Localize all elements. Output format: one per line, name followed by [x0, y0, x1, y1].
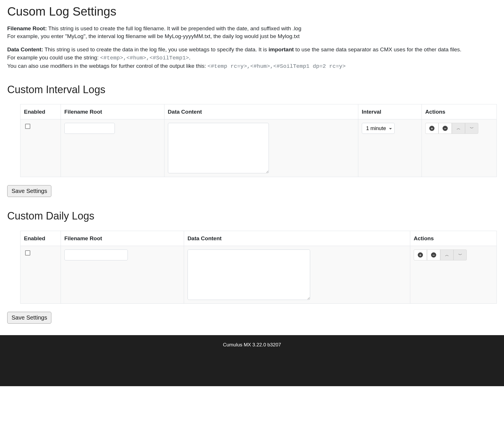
interval-action-group: + − ︿ ﹀ — [425, 123, 493, 134]
chevron-up-icon: ︿ — [457, 126, 460, 131]
data-content-text-1a: This string is used to create the data i… — [43, 46, 269, 52]
daily-table-row: + − ︿ ﹀ — [20, 246, 497, 304]
interval-enabled-checkbox[interactable] — [25, 124, 30, 129]
data-content-text-2-suffix: . — [189, 55, 190, 61]
move-up-button[interactable]: ︿ — [452, 123, 465, 134]
th-enabled: Enabled — [20, 104, 61, 119]
data-content-text-2-prefix: For example you could use the string: — [7, 55, 100, 61]
filename-root-text-2: For example, you enter "MyLog", the inte… — [7, 33, 300, 39]
remove-row-button[interactable]: − — [439, 123, 452, 134]
page-title: Cusom Log Settings — [7, 3, 497, 20]
intro-data-content: Data Content: This string is used to cre… — [7, 46, 497, 71]
intro-filename-root: Filename Root: This string is used to cr… — [7, 25, 497, 40]
minus-icon: − — [443, 126, 448, 131]
th-data-content-daily: Data Content — [184, 231, 410, 246]
move-down-button[interactable]: ﹀ — [465, 123, 478, 134]
daily-logs-table: Enabled Filename Root Data Content Actio… — [20, 231, 497, 304]
chevron-down-icon: ﹀ — [458, 252, 462, 258]
move-up-button[interactable]: ︿ — [440, 249, 454, 260]
add-row-button[interactable]: + — [425, 123, 439, 134]
th-actions: Actions — [422, 104, 497, 119]
save-interval-button[interactable]: Save Settings — [7, 185, 51, 197]
interval-logs-table: Enabled Filename Root Data Content Inter… — [20, 104, 497, 177]
minus-icon: − — [431, 252, 436, 258]
add-row-button[interactable]: + — [414, 249, 427, 260]
daily-data-content-textarea[interactable] — [188, 249, 310, 300]
save-daily-button[interactable]: Save Settings — [7, 312, 51, 324]
th-data-content: Data Content — [164, 104, 358, 119]
footer: Cumulus MX 3.22.0 b3207 — [0, 335, 504, 386]
data-content-text-3-prefix: You can also use modifiers in the webtag… — [7, 63, 207, 69]
plus-icon: + — [418, 252, 423, 258]
data-content-text-1b: to use the same data separator as CMX us… — [294, 46, 461, 52]
move-down-button[interactable]: ﹀ — [454, 249, 467, 260]
daily-enabled-checkbox[interactable] — [25, 250, 30, 256]
remove-row-button[interactable]: − — [427, 249, 440, 260]
filename-root-label: Filename Root: — [7, 25, 47, 31]
th-actions-daily: Actions — [410, 231, 497, 246]
interval-filename-input[interactable] — [64, 123, 115, 134]
filename-root-text-1: This string is used to create the full l… — [47, 25, 301, 31]
plus-icon: + — [429, 126, 434, 131]
th-interval: Interval — [358, 104, 422, 119]
code-example-2: <#temp rc=y>,<#hum>,<#SoilTemp1 dp=2 rc=… — [207, 63, 346, 70]
important-word: important — [269, 46, 294, 52]
chevron-up-icon: ︿ — [445, 252, 449, 258]
code-example-1: <#temp>,<#hum>,<#SoilTemp1> — [100, 55, 189, 61]
daily-logs-heading: Custom Daily Logs — [7, 209, 497, 224]
daily-filename-input[interactable] — [64, 249, 128, 260]
data-content-label: Data Content: — [7, 46, 43, 52]
th-enabled-daily: Enabled — [20, 231, 61, 246]
chevron-down-icon: ﹀ — [470, 126, 474, 131]
daily-action-group: + − ︿ ﹀ — [414, 249, 493, 260]
interval-data-content-textarea[interactable] — [168, 123, 269, 173]
th-filename-root: Filename Root — [61, 104, 164, 119]
interval-table-row: 1 minute + − ︿ ﹀ — [20, 119, 497, 177]
th-filename-root-daily: Filename Root — [61, 231, 184, 246]
interval-select[interactable]: 1 minute — [362, 123, 395, 134]
interval-logs-heading: Custom Interval Logs — [7, 82, 497, 97]
